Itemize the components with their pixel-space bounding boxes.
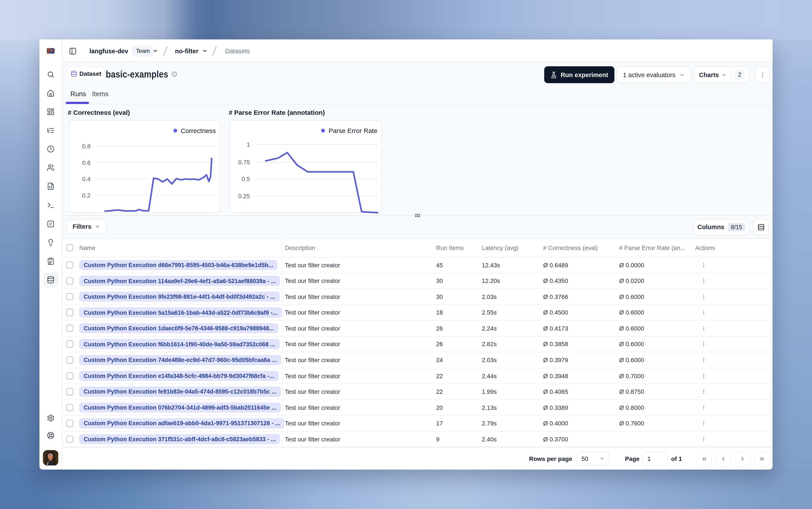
svg-text:0.6: 0.6 <box>82 160 90 166</box>
svg-text:0.4: 0.4 <box>82 176 90 182</box>
svg-text:0.75: 0.75 <box>238 159 250 166</box>
svg-text:0.8: 0.8 <box>82 143 90 150</box>
svg-text:0.2: 0.2 <box>82 192 90 199</box>
svg-text:0.5: 0.5 <box>241 176 250 182</box>
svg-text:0.25: 0.25 <box>238 193 250 200</box>
svg-text:1: 1 <box>246 141 250 148</box>
